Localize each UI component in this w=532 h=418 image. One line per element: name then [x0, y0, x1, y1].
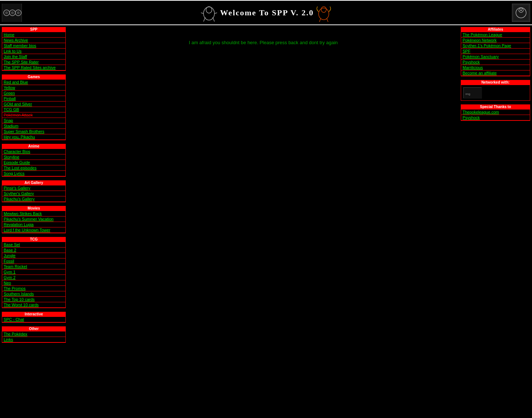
header-logo: [2, 4, 22, 22]
sidebar-link[interactable]: Base Set: [2, 242, 65, 248]
sidebar-section-games: GamesRed and BlueYellowGreenPinballGOld …: [2, 74, 66, 140]
sidebar-link[interactable]: The Promos: [2, 286, 65, 291]
sidebar-section-anime: AnimeCharacter BiosStorylineEpisode Guid…: [2, 144, 66, 177]
sidebar-section-movies: MoviesMewtwo Strikes BackPikachu's Summe…: [2, 206, 66, 233]
sidebar-link[interactable]: Episode Guide: [2, 160, 65, 165]
sidebar-section-body-movies: Mewtwo Strikes BackPikachu's Summer Vaca…: [2, 211, 66, 233]
affiliate-link[interactable]: Become an affiliate: [461, 70, 530, 76]
sidebar-link[interactable]: Pinsir's Gallery: [2, 185, 65, 191]
special-thanks-link[interactable]: Psyshock: [461, 115, 530, 120]
sidebar-link[interactable]: Jungle: [2, 253, 65, 258]
main-wrapper: SPPHomeNews ArchiveStaff member biosLink…: [0, 25, 532, 348]
sidebar-link[interactable]: Revalation Lugia: [2, 222, 65, 227]
sidebar-link[interactable]: Fossil: [2, 258, 65, 264]
sidebar-link[interactable]: Home: [2, 32, 65, 38]
right-logo-svg: [514, 5, 528, 20]
sidebar-section-interactive: InteractiveSPC - Chat: [2, 312, 66, 323]
sidebar-link[interactable]: Gym 1: [2, 269, 65, 275]
sidebar-link[interactable]: The Pokédex: [2, 331, 65, 337]
affiliates-section: AffiliatesThe Pokémon LeaguePokéneon Net…: [461, 27, 530, 76]
sidebar-section-header-movies: Movies: [2, 206, 66, 211]
header-pokemon-left-icon: [200, 3, 218, 23]
sidebar-link[interactable]: Song Lyrics: [2, 171, 65, 176]
sidebar-section-header-spp: SPP: [2, 27, 66, 32]
affiliate-link[interactable]: Psyshock: [461, 60, 530, 65]
header-right-image: [512, 4, 530, 22]
sidebar-link[interactable]: SPC - Chat: [2, 317, 65, 322]
sidebar-section-body-anime: Character BiosStorylineEpisode GuideThe …: [2, 149, 66, 177]
sidebar-link[interactable]: Character Bios: [2, 149, 65, 154]
sidebar-link[interactable]: Links: [2, 337, 65, 342]
sidebar-section-header-interactive: Interactive: [2, 312, 66, 317]
sidebar-link[interactable]: News Archive: [2, 38, 65, 43]
networked-image: img: [463, 87, 482, 98]
sidebar-section-art-gallery: Art GalleryPinsir's GalleryScyther's Gal…: [2, 180, 66, 202]
sidebar-section-body-interactive: SPC - Chat: [2, 317, 66, 323]
svg-point-22: [520, 9, 522, 11]
sidebar-link[interactable]: The Lost episodes: [2, 165, 65, 171]
logo-image: [2, 4, 22, 22]
sidebar-link[interactable]: Green: [2, 91, 65, 96]
sidebar-link[interactable]: Pikachu's Gallery: [2, 196, 65, 202]
right-sidebar: AffiliatesThe Pokémon LeaguePokéneon Net…: [459, 25, 532, 348]
networked-section: Networked with:img: [461, 80, 530, 101]
affiliate-link[interactable]: Pokémon Sanctuary: [461, 54, 530, 60]
sidebar-link[interactable]: Scyther's Gallery: [2, 191, 65, 196]
affiliate-link[interactable]: The Pokémon League: [461, 32, 530, 38]
sidebar-link[interactable]: Team Rocket: [2, 264, 65, 269]
sidebar-section-spp: SPPHomeNews ArchiveStaff member biosLink…: [2, 27, 66, 71]
networked-header: Networked with:: [461, 80, 530, 85]
header: Welcome To SPP V. 2.0: [0, 0, 532, 25]
sidebar-link[interactable]: Pinball: [2, 96, 65, 101]
affiliate-link[interactable]: SPF: [461, 49, 530, 54]
sidebar-link[interactable]: Pokémon Attack: [2, 112, 65, 118]
sidebar-link[interactable]: Staff member bios: [2, 43, 65, 49]
sidebar-link[interactable]: Pikachu's Summer Vacation: [2, 216, 65, 222]
page-title: Welcome To SPP V. 2.0: [220, 8, 314, 18]
sidebar-link[interactable]: Snap: [2, 118, 65, 123]
sidebar-link[interactable]: The SPP Site Rater: [2, 60, 65, 65]
sidebar-link[interactable]: Gym 2: [2, 275, 65, 280]
sidebar-link[interactable]: GOld and Silver: [2, 101, 65, 107]
sidebar-link[interactable]: Lord f the Unknown Tower: [2, 227, 65, 233]
sidebar-section-header-other: Other: [2, 326, 66, 331]
svg-rect-7: [200, 3, 218, 23]
content-area: I am afraid you shouldnt be here. Please…: [68, 25, 459, 348]
sidebar-link[interactable]: Mewtwo Strikes Back: [2, 211, 65, 216]
sidebar-link[interactable]: Stadium: [2, 123, 65, 129]
sidebar-section-body-art-gallery: Pinsir's GalleryScyther's GalleryPikachu…: [2, 185, 66, 202]
svg-point-5: [11, 11, 14, 14]
sidebar-link[interactable]: Super Smash Brothers: [2, 129, 65, 134]
sidebar-link[interactable]: Red and Blue: [2, 80, 65, 85]
sidebar-link[interactable]: Join the Staff: [2, 54, 65, 60]
sidebar-link[interactable]: Yellow: [2, 85, 65, 91]
sidebar-link[interactable]: The SPP Rated Sites archive: [2, 65, 65, 70]
special-thanks-body: Thepokeleague.comPsyshock: [461, 109, 530, 121]
sidebar-link[interactable]: The Worst 10 cards: [2, 302, 65, 308]
affiliate-link[interactable]: Pokéneon Network: [461, 38, 530, 43]
sidebar-link[interactable]: Storyline: [2, 154, 65, 160]
sidebar-section-header-games: Games: [2, 74, 66, 79]
right-logo: [512, 4, 530, 22]
svg-point-6: [17, 11, 20, 14]
affiliates-header: Affiliates: [461, 27, 530, 32]
header-pokemon-right-icon: [316, 4, 332, 22]
sidebar-link[interactable]: Link to Us: [2, 49, 65, 54]
affiliates-body: The Pokémon LeaguePokéneon NetworkScythe…: [461, 32, 530, 76]
sidebar-section-other: OtherThe PokédexLinks: [2, 326, 66, 343]
special-thanks-link[interactable]: Thepokeleague.com: [461, 110, 530, 115]
sidebar-link[interactable]: TCG GB: [2, 107, 65, 112]
sidebar-link[interactable]: Base 2: [2, 248, 65, 253]
affiliate-link[interactable]: Marrilicious: [461, 65, 530, 70]
sidebar-section-header-tcg: TCG: [2, 237, 66, 242]
sidebar-link[interactable]: Hey you, Pikachu: [2, 134, 65, 140]
sidebar-section-body-games: Red and BlueYellowGreenPinballGOld and S…: [2, 79, 66, 140]
sidebar-link[interactable]: Neo: [2, 280, 65, 286]
affiliate-link[interactable]: Scyther-1's Pokémon Page: [461, 43, 530, 49]
sidebar-section-tcg: TCGBase SetBase 2JungleFossilTeam Rocket…: [2, 237, 66, 308]
left-sidebar: SPPHomeNews ArchiveStaff member biosLink…: [0, 25, 68, 348]
sidebar-section-body-other: The PokédexLinks: [2, 331, 66, 343]
sidebar-link[interactable]: Southern Islands: [2, 291, 65, 297]
sidebar-link[interactable]: The Top 10 cards: [2, 297, 65, 302]
networked-body: img: [461, 85, 530, 101]
